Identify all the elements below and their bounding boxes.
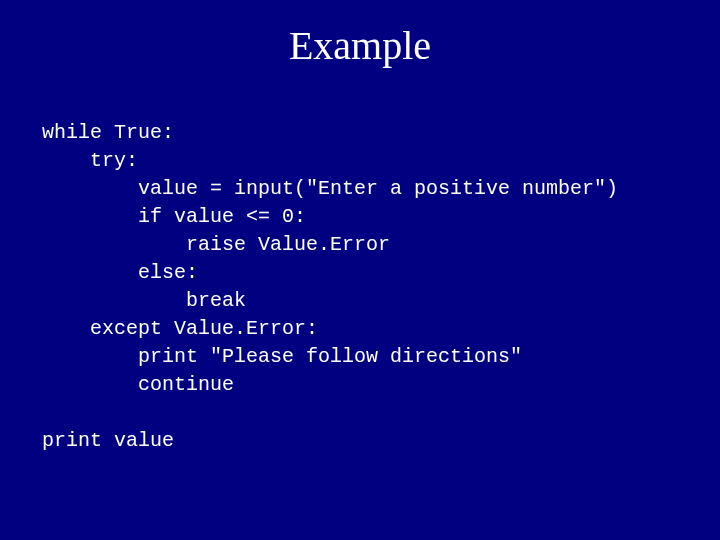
slide-title: Example	[0, 0, 720, 79]
code-block: while True: try: value = input("Enter a …	[0, 79, 720, 455]
slide: Example while True: try: value = input("…	[0, 0, 720, 540]
